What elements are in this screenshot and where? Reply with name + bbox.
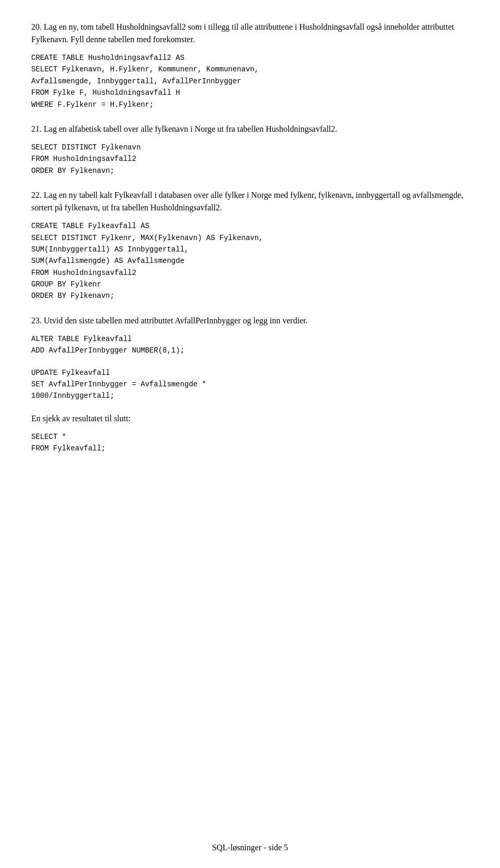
section-22-code-label: CREATE TABLE Fylkeavfall AS SELECT DISTI… — [31, 220, 469, 302]
section-21-code: SELECT DISTINCT Fylkenavn FROM Husholdni… — [31, 142, 469, 177]
section-21-number: 21. — [31, 124, 42, 133]
section-22: 22. Lag en ny tabell kalt Fylkeavfall i … — [31, 189, 469, 302]
section-23-outro: En sjekk av resultatet til slutt: — [31, 412, 469, 425]
section-20-header: 20. Lag en ny, tom tabell Husholdningsav… — [31, 21, 469, 46]
section-23-number: 23. — [31, 316, 42, 325]
section-20-intro: Lag en ny, tom tabell Husholdningsavfall… — [31, 22, 454, 44]
page-content: 20. Lag en ny, tom tabell Husholdningsav… — [31, 21, 469, 455]
section-23-code3: SELECT * FROM Fylkeavfall; — [31, 431, 469, 455]
section-23-code1: ALTER TABLE Fylkeavfall ADD AvfallPerInn… — [31, 333, 469, 357]
section-22-intro: Lag en ny tabell kalt Fylkeavfall i data… — [31, 191, 463, 212]
section-20: 20. Lag en ny, tom tabell Husholdningsav… — [31, 21, 469, 110]
section-20-number: 20. — [31, 22, 42, 31]
section-21-header: 21. Lag en alfabetisk tabell over alle f… — [31, 123, 469, 135]
section-23-intro: Utvid den siste tabellen med attributtet… — [44, 316, 308, 325]
page-footer: SQL-løsninger - side 5 — [0, 843, 500, 852]
section-21-intro: Lag en alfabetisk tabell over alle fylke… — [44, 124, 338, 133]
section-21: 21. Lag en alfabetisk tabell over alle f… — [31, 123, 469, 177]
section-22-number: 22. — [31, 191, 42, 199]
footer-text: SQL-løsninger - side 5 — [212, 843, 288, 852]
section-23: 23. Utvid den siste tabellen med attribu… — [31, 315, 469, 455]
section-23-code2: UPDATE Fylkeavfall SET AvfallPerInnbygge… — [31, 367, 469, 402]
section-22-header: 22. Lag en ny tabell kalt Fylkeavfall i … — [31, 189, 469, 214]
section-23-header: 23. Utvid den siste tabellen med attribu… — [31, 315, 469, 327]
section-20-code: CREATE TABLE Husholdningsavfall2 AS SELE… — [31, 52, 469, 110]
